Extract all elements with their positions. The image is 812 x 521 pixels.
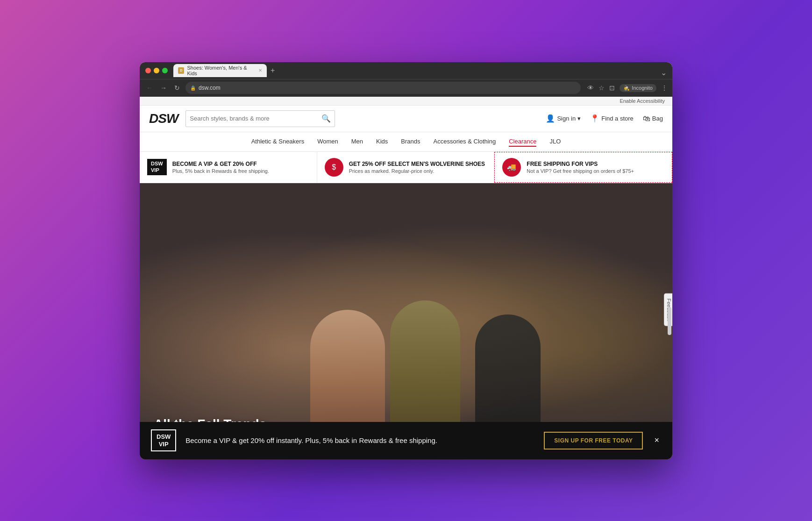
nav-item-athletic[interactable]: Athletic & Sneakers	[251, 137, 304, 147]
minimize-button[interactable]	[154, 68, 159, 73]
nav-item-kids[interactable]: Kids	[376, 137, 388, 147]
star-icon[interactable]: ☆	[598, 84, 605, 92]
tab-bar-right[interactable]: ⌄	[661, 68, 667, 77]
promo-bar: DSW VIP BECOME A VIP & GET 20% OFF Plus,…	[140, 152, 672, 183]
find-store-label: Find a store	[601, 115, 634, 122]
bag-button[interactable]: 🛍 Bag	[643, 114, 663, 123]
tab-favicon: D	[178, 67, 184, 74]
bag-label: Bag	[652, 115, 663, 122]
extension-icon[interactable]: ⊡	[609, 84, 615, 92]
promo-truck-icon: 🚚	[502, 158, 521, 177]
tab-title: Shoes: Women's, Men's & Kids	[187, 65, 256, 76]
header-right: 👤 Sign in ▾ 📍 Find a store 🛍 Bag	[546, 114, 663, 123]
nav-item-men[interactable]: Men	[351, 137, 363, 147]
accessibility-label[interactable]: Enable Accessibility	[620, 98, 665, 104]
search-button[interactable]: 🔍	[321, 114, 331, 123]
address-bar-right: 👁 ☆ ⊡ 🕵 Incognito ⋮	[587, 84, 668, 92]
sign-in-button[interactable]: 👤 Sign in ▾	[546, 114, 581, 123]
url-text: dsw.com	[199, 85, 221, 91]
back-button[interactable]: ←	[144, 83, 155, 93]
vip-logo-line2: VIP	[157, 441, 171, 448]
menu-icon[interactable]: ⋮	[661, 84, 668, 92]
refresh-button[interactable]: ↻	[172, 83, 182, 93]
incognito-icon: 🕵	[623, 85, 630, 91]
promo-logo-line2: VIP	[151, 167, 163, 173]
scroll-bar[interactable]	[668, 307, 671, 335]
vip-logo-line1: DSW	[157, 433, 171, 441]
vip-banner-logo: DSW VIP	[151, 429, 176, 451]
maximize-button[interactable]	[162, 68, 168, 73]
promo-vip-desc: Plus, 5% back in Rewards & free shipping…	[172, 168, 309, 174]
nav-item-jlo[interactable]: JLO	[549, 137, 561, 147]
person-icon: 👤	[546, 114, 555, 123]
promo-item-shipping[interactable]: 🚚 FREE SHIPPING FOR VIPs Not a VIP? Get …	[494, 152, 672, 183]
search-bar[interactable]: 🔍	[185, 110, 335, 127]
promo-shipping-desc: Not a VIP? Get free shipping on orders o…	[527, 168, 664, 174]
nav-item-clearance[interactable]: Clearance	[509, 137, 536, 147]
browser-window: D Shoes: Women's, Men's & Kids ✕ + ⌄ ← →…	[140, 62, 672, 459]
vip-banner-text: Become a VIP & get 20% off instantly. Pl…	[185, 436, 534, 444]
new-tab-button[interactable]: +	[267, 64, 278, 77]
title-bar: D Shoes: Women's, Men's & Kids ✕ + ⌄	[140, 62, 672, 79]
nav-item-women[interactable]: Women	[317, 137, 338, 147]
location-icon: 📍	[590, 114, 599, 123]
eye-slash-icon: 👁	[587, 84, 594, 92]
promo-logo-line1: DSW	[151, 161, 163, 167]
traffic-lights	[145, 68, 168, 73]
promo-vip-logo: DSW VIP	[147, 159, 167, 175]
promo-vip-title: BECOME A VIP & GET 20% OFF	[172, 161, 309, 167]
promo-vip-text: BECOME A VIP & GET 20% OFF Plus, 5% back…	[172, 161, 309, 174]
chevron-down-icon: ▾	[577, 115, 581, 122]
promo-wolverine-title: GET 25% OFF SELECT MEN'S WOLVERINE SHOES	[349, 161, 487, 167]
incognito-label: Incognito	[632, 85, 653, 91]
dsw-header: DSW 🔍 👤 Sign in ▾ 📍 Find a store 🛍 Bag	[140, 106, 672, 132]
url-bar[interactable]: 🔒 dsw.com	[185, 82, 581, 94]
vip-signup-button[interactable]: SIGN UP FOR FREE TODAY	[544, 432, 643, 450]
address-bar: ← → ↻ 🔒 dsw.com 👁 ☆ ⊡ 🕵 Incognito ⋮	[140, 79, 672, 97]
nav-bar: Athletic & Sneakers Women Men Kids Brand…	[140, 132, 672, 152]
sign-in-label: Sign in	[557, 115, 576, 122]
accessibility-bar: Enable Accessibility	[140, 97, 672, 106]
promo-dollar-icon: $	[325, 158, 343, 177]
vip-close-button[interactable]: ×	[652, 435, 661, 445]
promo-item-vip[interactable]: DSW VIP BECOME A VIP & GET 20% OFF Plus,…	[140, 152, 317, 183]
incognito-badge[interactable]: 🕵 Incognito	[620, 84, 656, 92]
forward-button[interactable]: →	[158, 83, 169, 93]
promo-item-wolverine[interactable]: $ GET 25% OFF SELECT MEN'S WOLVERINE SHO…	[317, 152, 495, 183]
nav-item-brands[interactable]: Brands	[401, 137, 420, 147]
website-content: Enable Accessibility DSW 🔍 👤 Sign in ▾ 📍…	[140, 97, 672, 459]
find-store-button[interactable]: 📍 Find a store	[590, 114, 634, 123]
hero-section: All the Fall Trends Spotted on you: West…	[140, 183, 672, 459]
nav-item-accessories[interactable]: Accessories & Clothing	[434, 137, 496, 147]
active-tab[interactable]: D Shoes: Women's, Men's & Kids ✕	[173, 64, 267, 77]
promo-wolverine-desc: Prices as marked. Regular-price only.	[349, 168, 487, 174]
close-button[interactable]	[145, 68, 151, 73]
search-input[interactable]	[190, 115, 318, 122]
tab-bar: D Shoes: Women's, Men's & Kids ✕ + ⌄	[173, 64, 667, 77]
bag-icon: 🛍	[643, 114, 650, 123]
promo-wolverine-text: GET 25% OFF SELECT MEN'S WOLVERINE SHOES…	[349, 161, 487, 174]
lock-icon: 🔒	[190, 86, 196, 91]
promo-shipping-title: FREE SHIPPING FOR VIPs	[527, 161, 664, 167]
vip-banner: DSW VIP Become a VIP & get 20% off insta…	[140, 422, 672, 459]
promo-shipping-text: FREE SHIPPING FOR VIPs Not a VIP? Get fr…	[527, 161, 664, 174]
dsw-logo[interactable]: DSW	[149, 111, 178, 126]
tab-close-icon[interactable]: ✕	[258, 68, 262, 73]
